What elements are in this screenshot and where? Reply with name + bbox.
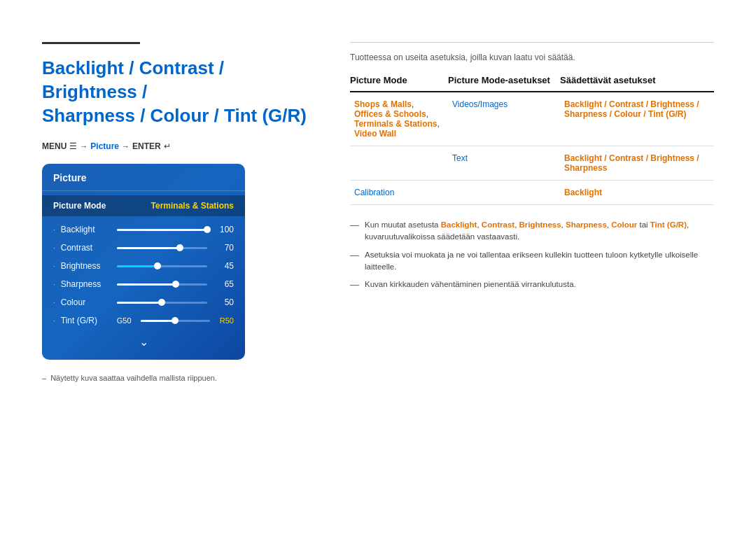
contrast-slider-track[interactable] bbox=[117, 247, 207, 249]
sharpness-dot: · bbox=[53, 281, 55, 288]
adjustable-2: Backlight / Contrast / Brightness / Shar… bbox=[564, 153, 699, 173]
colour-slider-fill bbox=[117, 302, 162, 304]
mode-link-offices[interactable]: Offices & Schools bbox=[354, 109, 426, 119]
chevron-row: ⌄ bbox=[42, 335, 245, 349]
arrow-2: → bbox=[122, 142, 130, 150]
tint-dot: · bbox=[53, 317, 55, 325]
note-colour: Colour bbox=[611, 220, 637, 229]
page-container: Backlight / Contrast / Brightness / Shar… bbox=[0, 0, 756, 403]
menu-symbol: ☰ bbox=[69, 141, 77, 151]
backlight-slider-thumb bbox=[204, 226, 211, 233]
note-1: — Kun muutat asetusta Backlight, Contras… bbox=[350, 219, 714, 244]
contrast-slider-thumb bbox=[176, 244, 183, 251]
sharpness-row[interactable]: · Sharpness 65 bbox=[42, 275, 245, 293]
sharpness-value: 65 bbox=[213, 279, 234, 289]
settings-videos-link[interactable]: Videos/Images bbox=[452, 99, 507, 109]
tint-slider-thumb bbox=[172, 317, 178, 324]
note-contrast: Contrast bbox=[482, 220, 514, 229]
colour-slider-track[interactable] bbox=[117, 302, 207, 304]
brightness-slider-container[interactable]: 45 bbox=[117, 261, 234, 271]
colour-row[interactable]: · Colour 50 bbox=[42, 293, 245, 311]
brightness-slider-track[interactable] bbox=[117, 265, 207, 267]
picture-panel: Picture Picture Mode Terminals & Station… bbox=[42, 164, 245, 360]
note-text-1: Kun muutat asetusta Backlight, Contrast,… bbox=[365, 219, 714, 244]
top-rule-left bbox=[42, 42, 140, 44]
footnote-dash: – bbox=[42, 374, 46, 382]
tint-row[interactable]: · Tint (G/R) G50 R50 bbox=[42, 311, 245, 330]
table-cell-adjustable-3: Backlight bbox=[560, 181, 714, 205]
chevron-down-icon[interactable]: ⌄ bbox=[139, 335, 148, 349]
table-cell-mode-1: Shops & Malls, Offices & Schools, Termin… bbox=[350, 92, 448, 146]
table-row: Text Backlight / Contrast / Brightness /… bbox=[350, 146, 714, 181]
backlight-label: Backlight bbox=[61, 225, 117, 234]
table-cell-settings-2: Text bbox=[448, 146, 560, 181]
table-cell-settings-3 bbox=[448, 181, 560, 205]
menu-path: MENU ☰ → Picture → ENTER ↵ bbox=[42, 141, 308, 151]
panel-title: Picture bbox=[42, 164, 245, 191]
adjustable-3: Backlight bbox=[564, 188, 602, 197]
settings-text-link[interactable]: Text bbox=[452, 153, 468, 163]
table-cell-settings-1: Videos/Images bbox=[448, 92, 560, 146]
sharpness-slider-fill bbox=[117, 283, 176, 286]
contrast-dot: · bbox=[53, 244, 55, 252]
colour-label: Colour bbox=[61, 297, 117, 307]
contrast-slider-container[interactable]: 70 bbox=[117, 243, 234, 253]
contrast-label: Contrast bbox=[61, 243, 117, 253]
mode-link-shops[interactable]: Shops & Malls bbox=[354, 99, 412, 109]
tint-slider-track[interactable] bbox=[141, 320, 210, 322]
table-cell-mode-2 bbox=[350, 146, 448, 181]
brightness-row[interactable]: · Brightness 45 bbox=[42, 257, 245, 275]
backlight-slider-fill bbox=[117, 229, 207, 231]
colour-value: 50 bbox=[213, 297, 234, 307]
footnote-text: Näytetty kuva saattaa vaihdella mallista… bbox=[50, 374, 217, 382]
picture-link[interactable]: Picture bbox=[90, 141, 119, 151]
panel-row-header[interactable]: Picture Mode Terminals & Stations bbox=[42, 195, 245, 216]
backlight-dot: · bbox=[53, 226, 55, 234]
note-backlight: Backlight bbox=[441, 220, 477, 229]
tint-slider-fill bbox=[141, 320, 176, 322]
note-dash-3: — bbox=[350, 279, 359, 291]
note-3: — Kuvan kirkkauden vähentäminen pienentä… bbox=[350, 279, 714, 291]
note-tint: Tint (G/R) bbox=[650, 220, 687, 229]
mode-link-terminals[interactable]: Terminals & Stations bbox=[354, 119, 437, 129]
picture-mode-value: Terminals & Stations bbox=[151, 201, 234, 211]
brightness-dot: · bbox=[53, 262, 55, 270]
picture-mode-label: Picture Mode bbox=[53, 201, 106, 211]
intro-text: Tuotteessa on useita asetuksia, joilla k… bbox=[350, 52, 714, 62]
tint-r-label: R50 bbox=[214, 316, 234, 325]
menu-label: MENU bbox=[42, 141, 66, 151]
contrast-row[interactable]: · Contrast 70 bbox=[42, 239, 245, 257]
table-header-adjustable: Säädettävät asetukset bbox=[560, 75, 714, 92]
top-rule-right bbox=[350, 42, 714, 43]
table-row: Calibration Backlight bbox=[350, 181, 714, 205]
table-header-settings: Picture Mode-asetukset bbox=[448, 75, 560, 92]
right-section: Tuotteessa on useita asetuksia, joilla k… bbox=[350, 42, 714, 382]
tint-g-label: G50 bbox=[117, 316, 136, 325]
sharpness-slider-thumb bbox=[172, 281, 179, 288]
note-text-2: Asetuksia voi muokata ja ne voi tallenta… bbox=[365, 249, 714, 274]
sharpness-slider-container[interactable]: 65 bbox=[117, 279, 234, 289]
backlight-row[interactable]: · Backlight 100 bbox=[42, 220, 245, 239]
colour-dot: · bbox=[53, 299, 55, 307]
page-title: Backlight / Contrast / Brightness / Shar… bbox=[42, 57, 308, 127]
table-cell-adjustable-2: Backlight / Contrast / Brightness / Shar… bbox=[560, 146, 714, 181]
sharpness-label: Sharpness bbox=[61, 279, 117, 289]
table-cell-adjustable-1: Backlight / Contrast / Brightness / Shar… bbox=[560, 92, 714, 146]
note-dash-1: — bbox=[350, 219, 359, 232]
brightness-label: Brightness bbox=[61, 261, 117, 271]
colour-slider-container[interactable]: 50 bbox=[117, 297, 234, 307]
tint-label: Tint (G/R) bbox=[61, 316, 117, 325]
adjustable-1: Backlight / Contrast / Brightness / Shar… bbox=[564, 99, 699, 119]
colour-slider-thumb bbox=[158, 299, 165, 306]
left-section: Backlight / Contrast / Brightness / Shar… bbox=[42, 42, 308, 382]
mode-calibration-link[interactable]: Calibration bbox=[354, 188, 394, 197]
brightness-value: 45 bbox=[213, 261, 234, 271]
note-dash-2: — bbox=[350, 249, 359, 262]
sharpness-slider-track[interactable] bbox=[117, 283, 207, 286]
backlight-slider-track[interactable] bbox=[117, 229, 207, 231]
backlight-value: 100 bbox=[213, 225, 234, 234]
backlight-slider-container[interactable]: 100 bbox=[117, 225, 234, 234]
table-cell-mode-3: Calibration bbox=[350, 181, 448, 205]
enter-label: ENTER bbox=[132, 141, 161, 151]
mode-link-videowall[interactable]: Video Wall bbox=[354, 129, 396, 139]
